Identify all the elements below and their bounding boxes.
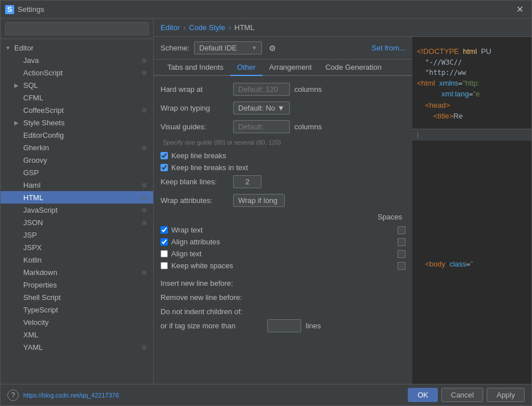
wrap-on-typing-dropdown[interactable]: Default: No ▼	[233, 102, 290, 115]
gear-button[interactable]: ⚙	[267, 43, 278, 54]
or-if-tag-row: or if tag size more than lines	[161, 319, 406, 332]
scheme-dropdown[interactable]: Default IDE ▼	[194, 41, 262, 54]
code-preview-text: <!DOCTYPE html PU "-//W3C// "http://ww <…	[412, 41, 531, 126]
sidebar-item-actionscript[interactable]: ActionScript ⊞	[1, 66, 153, 79]
chevron-down-icon: ▼	[251, 45, 257, 51]
align-text-checkbox[interactable]	[161, 250, 168, 257]
close-button[interactable]: ✕	[513, 3, 527, 16]
sidebar-item-editorconfig[interactable]: EditorConfig	[1, 129, 153, 141]
sidebar-item-gherkin[interactable]: Gherkin ⊞	[1, 141, 153, 154]
tab-other[interactable]: Other	[230, 60, 263, 76]
align-text-space-box	[398, 250, 406, 258]
tab-code-generation[interactable]: Code Generation	[319, 60, 389, 76]
content-split: Scheme: Default IDE ▼ ⚙ Set from... Tabs…	[154, 37, 531, 384]
code-preview: <!DOCTYPE html PU "-//W3C// "http://ww <…	[412, 37, 531, 384]
sidebar-item-json[interactable]: JSON ⊞	[1, 216, 153, 229]
sidebar-item-haml[interactable]: Haml ⊞	[1, 179, 153, 191]
sidebar: ▼ Editor Java ⊞ ActionScript ⊞ ▶ SQL	[1, 19, 154, 384]
sidebar-item-java[interactable]: Java ⊞	[1, 54, 153, 66]
sidebar-item-properties[interactable]: Properties	[1, 278, 153, 291]
sidebar-item-typescript[interactable]: TypeScript	[1, 303, 153, 316]
url-bar: https://blog.csdn.net/qq_42217376	[23, 392, 119, 399]
breadcrumb-html: HTML	[234, 23, 254, 32]
keep-white-spaces-row: Keep white spaces	[161, 261, 406, 270]
title-bar: S Settings ✕	[1, 1, 531, 19]
apply-button[interactable]: Apply	[487, 388, 525, 402]
tab-tabs-and-indents[interactable]: Tabs and Indents	[161, 60, 230, 76]
copy-icon-gherkin: ⊞	[140, 143, 149, 152]
or-if-tag-suffix: lines	[306, 322, 321, 330]
help-button[interactable]: ?	[7, 390, 19, 401]
sidebar-item-sql[interactable]: ▶ SQL	[1, 79, 153, 91]
expand-arrow-sql: ▶	[14, 82, 23, 88]
settings-window: S Settings ✕ ▼ Editor Java ⊞	[0, 0, 532, 406]
sidebar-item-gsp[interactable]: GSP	[1, 166, 153, 179]
breadcrumb-codestyle[interactable]: Code Style	[189, 23, 225, 32]
breadcrumb-editor[interactable]: Editor	[161, 23, 180, 32]
sidebar-item-velocity[interactable]: Velocity	[1, 316, 153, 328]
chevron-down-icon: ▼	[277, 104, 285, 112]
copy-icon-coffeescript: ⊞	[140, 105, 149, 115]
ok-button[interactable]: OK	[408, 388, 438, 402]
keep-white-spaces-checkbox[interactable]	[161, 262, 168, 269]
align-text-label: Align text	[171, 249, 201, 258]
options-panel: Hard wrap at columns Wrap on typing Defa…	[154, 76, 412, 384]
search-input[interactable]	[5, 22, 149, 35]
sidebar-tree: ▼ Editor Java ⊞ ActionScript ⊞ ▶ SQL	[1, 39, 153, 384]
visual-guides-label: Visual guides:	[161, 122, 229, 131]
or-if-tag-input[interactable]	[267, 319, 301, 332]
sidebar-item-jsp[interactable]: JSP	[1, 229, 153, 241]
wrap-text-space-box	[398, 226, 406, 234]
align-attributes-checkbox[interactable]	[161, 238, 168, 246]
sidebar-item-xml[interactable]: XML	[1, 328, 153, 341]
cancel-button[interactable]: Cancel	[441, 388, 483, 402]
wrap-text-label: Wrap text	[171, 226, 202, 234]
sidebar-item-markdown[interactable]: Markdown ⊞	[1, 266, 153, 278]
keep-line-breaks-text-label: Keep line breaks in text	[171, 163, 248, 172]
copy-icon-json: ⊞	[140, 218, 149, 227]
wrap-text-checkbox[interactable]	[161, 226, 168, 234]
sidebar-item-style-sheets[interactable]: ▶ Style Sheets	[1, 116, 153, 129]
expand-arrow-style: ▶	[14, 120, 23, 126]
keep-line-breaks-checkbox[interactable]	[161, 152, 168, 159]
align-text-row: Align text	[161, 249, 406, 258]
visual-guides-suffix: columns	[294, 122, 322, 131]
wrap-attributes-label: Wrap attributes:	[161, 196, 229, 205]
tab-arrangement[interactable]: Arrangement	[263, 60, 319, 76]
copy-icon-html: ⊞	[140, 193, 149, 202]
visual-guides-input[interactable]	[233, 120, 290, 133]
copy-icon-javascript: ⊞	[140, 205, 149, 214]
footer: ? https://blog.csdn.net/qq_42217376 OK C…	[1, 384, 531, 405]
keep-blank-lines-input[interactable]	[233, 175, 261, 188]
hard-wrap-suffix: columns	[294, 85, 322, 94]
sidebar-item-jspx[interactable]: JSPX	[1, 241, 153, 253]
keep-blank-lines-row: Keep blank lines:	[161, 175, 406, 188]
sidebar-item-kotlin[interactable]: Kotlin	[1, 253, 153, 266]
main-content: Editor › Code Style › HTML Scheme: Defau…	[154, 19, 531, 384]
sidebar-item-cfml[interactable]: CFML	[1, 91, 153, 104]
copy-icon-actionscript: ⊞	[140, 68, 149, 77]
breadcrumb: Editor › Code Style › HTML	[154, 19, 531, 37]
sidebar-item-html[interactable]: HTML ⊞	[1, 191, 153, 204]
align-attributes-space-box	[398, 238, 406, 246]
set-from-link[interactable]: Set from...	[371, 44, 406, 52]
hard-wrap-input[interactable]	[233, 83, 290, 96]
sidebar-item-coffeescript[interactable]: CoffeeScript ⊞	[1, 104, 153, 116]
sidebar-item-editor[interactable]: ▼ Editor	[1, 41, 153, 54]
code-cursor: |	[412, 129, 531, 141]
sidebar-item-javascript[interactable]: JavaScript ⊞	[1, 204, 153, 216]
wrap-attributes-dropdown[interactable]: Wrap if long	[233, 194, 285, 207]
code-preview-bottom: <body class="	[412, 254, 531, 274]
sidebar-item-yaml[interactable]: YAML ⊞	[1, 341, 153, 353]
sidebar-item-shell-script[interactable]: Shell Script	[1, 291, 153, 303]
footer-right: OK Cancel Apply	[408, 388, 525, 402]
tabs-bar: Tabs and Indents Other Arrangement Code …	[154, 60, 412, 76]
insert-new-line-label: Insert new line before:	[161, 279, 406, 287]
scheme-row: Scheme: Default IDE ▼ ⚙ Set from...	[154, 37, 412, 60]
sidebar-item-groovy[interactable]: Groovy	[1, 154, 153, 166]
do-not-indent-label: Do not indent children of:	[161, 307, 406, 316]
wrap-on-typing-label: Wrap on typing	[161, 104, 229, 112]
keep-line-breaks-text-row: Keep line breaks in text	[161, 163, 406, 172]
keep-line-breaks-text-checkbox[interactable]	[161, 164, 168, 171]
search-bar	[1, 19, 153, 39]
